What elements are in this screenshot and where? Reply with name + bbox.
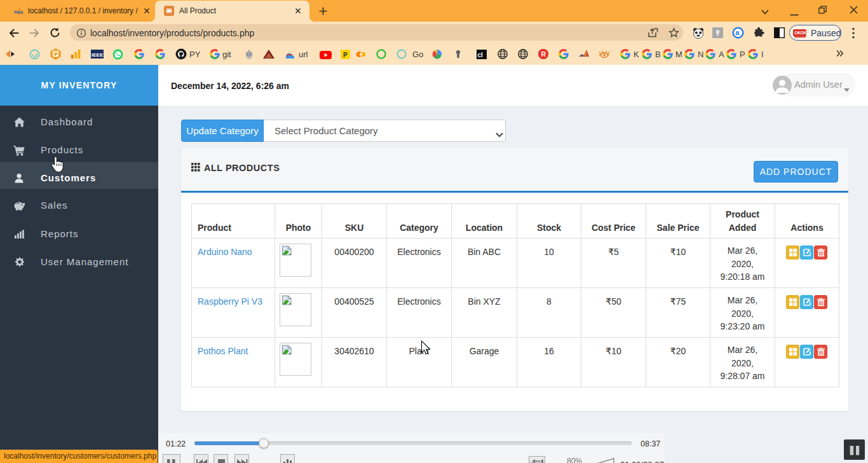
svg-text:cl: cl <box>478 52 484 59</box>
svg-text:IEEE: IEEE <box>92 52 104 58</box>
svg-text:PMA: PMA <box>14 10 24 15</box>
svg-text:P: P <box>343 52 348 59</box>
svg-text:OK: OK <box>801 31 807 35</box>
svg-text:a: a <box>735 29 740 36</box>
svg-text:R: R <box>541 50 546 58</box>
